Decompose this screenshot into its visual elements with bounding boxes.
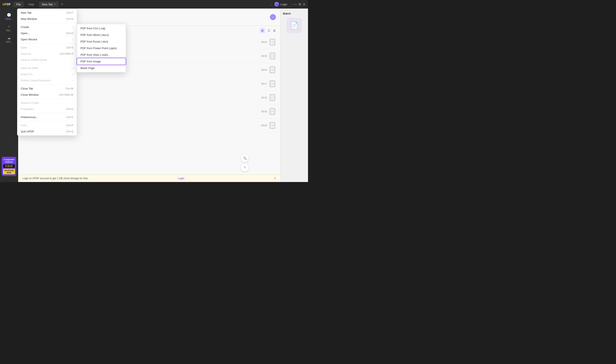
delete-button[interactable]: 🗑: [273, 28, 276, 33]
sidebar-item-recent[interactable]: 🕐 Rece...: [1, 11, 16, 22]
menu-item-open-recent-label: Open Recent: [21, 38, 37, 41]
export-arrow-icon: ›: [72, 73, 73, 76]
menu-item-preferences[interactable]: Preferences... Ctrl+K: [17, 114, 77, 120]
menu-item-open-recent[interactable]: Open Recent ›: [17, 36, 77, 42]
menu-separator: [17, 23, 77, 23]
avatar: 👤: [274, 2, 279, 7]
batch-icon[interactable]: 📄: [287, 18, 302, 33]
login-button[interactable]: 👤 Login: [274, 2, 287, 7]
notification-text: Login to UPDF account to get 1 GB cloud …: [22, 177, 88, 180]
menu-item-close-tab-shortcut: Ctrl+W: [66, 87, 73, 90]
file-menu: New Tab Ctrl+T New Window Ctrl+N Create …: [17, 9, 77, 136]
menu-item-preferences-label: Preferences...: [21, 116, 38, 119]
submenu-item-caj[interactable]: PDF from CAJ (.caj): [77, 25, 126, 32]
menu-item-close-tab[interactable]: Close Tab Ctrl+W: [17, 85, 77, 92]
menu-item-show-folder-label: Show in Folder: [21, 101, 39, 104]
submenu-item-excel[interactable]: PDF from Excel (.xlsx): [77, 38, 126, 45]
notification-login-link[interactable]: Login: [178, 177, 184, 180]
menu-item-new-tab-shortcut: Ctrl+T: [66, 11, 73, 14]
menu-item-save: Save Ctrl+S: [17, 44, 77, 51]
file-tab[interactable]: File: [13, 1, 24, 7]
menu-item-open-shortcut: Ctrl+O: [66, 32, 73, 35]
tab-close-icon[interactable]: ×: [54, 3, 55, 6]
file-more-button[interactable]: ···: [270, 67, 275, 73]
menu-item-save-cloud: Save to UPDF Cloud: [17, 57, 77, 63]
cloud-label: UPD...: [6, 41, 12, 43]
submenu-item-visio-label: PDF from Visio (.vsdx): [81, 53, 108, 56]
menu-item-new-window[interactable]: New Window Ctrl+N: [17, 16, 77, 22]
tab-add-icon[interactable]: +: [61, 2, 63, 6]
starred-icon: ☆: [7, 24, 11, 28]
file-date: 05/17: [261, 82, 267, 85]
file-more-button[interactable]: ···: [270, 122, 275, 129]
logo-df: DF: [7, 2, 11, 6]
menu-item-save-label: Save: [21, 46, 27, 49]
protect-arrow-icon: ›: [72, 79, 73, 82]
batch-title: Batch: [282, 12, 291, 15]
menu-item-close-window[interactable]: Close Window Ctrl+Shift+W: [17, 92, 77, 98]
menu-item-save-other: Save as Other ›: [17, 65, 77, 71]
sidebar: 🕐 Rece... ☆ Star... ☁ UPD... 9 Upgraded …: [0, 9, 18, 182]
file-date: 05/22: [261, 55, 267, 57]
menu-item-save-cloud-label: Save to UPDF Cloud: [21, 58, 47, 62]
menu-item-new-tab-label: New Tab: [21, 11, 31, 14]
notification-close-button[interactable]: ×: [274, 176, 276, 180]
file-more-button[interactable]: ···: [270, 94, 275, 101]
search-float-button[interactable]: 🔍: [241, 154, 248, 162]
new-tab[interactable]: New Tab ×: [39, 1, 58, 7]
menu-separator: [17, 84, 77, 85]
floating-buttons: 🔍 ?: [241, 154, 248, 171]
submenu-item-image[interactable]: PDF from Image: [77, 58, 126, 65]
starred-label: Star...: [6, 29, 12, 32]
menu-item-quit-label: Quit UPDF: [21, 130, 34, 133]
menu-item-preferences-shortcut: Ctrl+K: [66, 116, 73, 119]
menu-item-new-tab[interactable]: New Tab Ctrl+T: [17, 10, 77, 16]
login-label: Login: [280, 3, 287, 6]
list-view-button[interactable]: ☰: [266, 28, 272, 33]
submenu-item-ppt[interactable]: PDF from Power Point (.pptx): [77, 45, 126, 52]
menu-item-open-label: Open...: [21, 32, 30, 35]
open-arrow-button[interactable]: ›: [270, 14, 276, 20]
file-more-button[interactable]: ···: [270, 80, 275, 87]
submenu-item-caj-label: PDF from CAJ (.caj): [81, 27, 105, 30]
menu-item-create[interactable]: Create ›: [17, 24, 77, 30]
menu-item-print-label: Print...: [21, 124, 29, 127]
submenu-item-image-label: PDF from Image: [81, 60, 101, 63]
menu-item-save-as: Save As... Ctrl+Shift+S: [17, 51, 77, 57]
file-more-button[interactable]: ···: [270, 108, 275, 115]
menu-item-open[interactable]: Open... Ctrl+O: [17, 30, 77, 36]
submenu-item-excel-label: PDF from Excel (.xlsx): [81, 40, 108, 43]
menu-item-new-window-shortcut: Ctrl+N: [66, 17, 73, 21]
file-more-button[interactable]: ···: [270, 39, 275, 45]
menu-item-create-wrapper: Create › PDF from CAJ (.caj) PDF from Wo…: [17, 24, 77, 30]
sidebar-item-cloud[interactable]: ☁ UPD...: [1, 34, 16, 45]
submenu-item-word[interactable]: PDF from Word (.docx): [77, 32, 126, 38]
sidebar-bottom: 9 Upgraded Features $ 22.22 UPGRADE NOW: [1, 157, 16, 180]
maximize-button[interactable]: ⧉: [299, 2, 301, 6]
submenu-item-ppt-label: PDF from Power Point (.pptx): [81, 47, 117, 50]
grid-view-button[interactable]: ⊞: [260, 28, 265, 33]
sidebar-item-starred[interactable]: ☆ Star...: [1, 23, 16, 33]
menu-item-quit[interactable]: Quit UPDF Ctrl+Q: [17, 128, 77, 135]
menu-item-save-as-shortcut: Ctrl+Shift+S: [59, 52, 73, 55]
batch-panel: Batch 📄: [280, 9, 308, 182]
notification-bar: Login to UPDF account to get 1 GB cloud …: [18, 175, 280, 182]
dropdown-arrow-icon[interactable]: ⌄: [270, 3, 272, 6]
file-more-button[interactable]: ···: [270, 53, 275, 59]
menu-item-save-other-label: Save as Other: [21, 66, 39, 70]
menu-item-properties: Properties... Ctrl+D: [17, 106, 77, 112]
titlebar: UPDF File Help New Tab × + ⌄ 👤 Login — ⧉…: [0, 0, 308, 9]
cloud-icon: ☁: [7, 36, 11, 40]
submenu-item-blank[interactable]: Blank Page: [77, 65, 126, 71]
upgrade-badge[interactable]: 9 Upgraded Features $ 22.22 UPGRADE NOW: [2, 157, 16, 176]
minimize-button[interactable]: —: [293, 2, 297, 6]
menu-item-create-label: Create: [21, 26, 29, 29]
close-button[interactable]: ✕: [303, 2, 305, 6]
help-float-button[interactable]: ?: [241, 164, 248, 171]
menu-item-save-as-label: Save As...: [21, 52, 33, 55]
menu-item-close-window-label: Close Window: [21, 93, 39, 96]
submenu-item-visio[interactable]: PDF from Visio (.vsdx): [77, 52, 126, 58]
menu-separator: [17, 121, 77, 121]
help-tab[interactable]: Help: [26, 1, 37, 7]
app-logo: UPDF: [2, 2, 11, 6]
